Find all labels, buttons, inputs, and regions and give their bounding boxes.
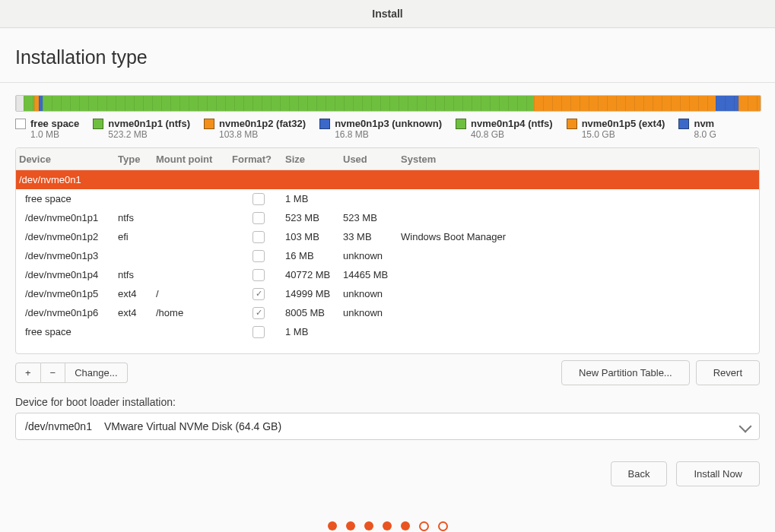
partition-segment[interactable] — [16, 96, 24, 111]
legend-size: 103.8 MB — [219, 129, 306, 140]
format-checkbox[interactable] — [253, 269, 265, 281]
col-device: Device — [19, 154, 118, 165]
progress-dot — [383, 521, 392, 530]
legend-label: nvme0n1p5 (ext4) — [582, 118, 665, 129]
table-row[interactable]: /dev/nvme0n1p1ntfs523 MB523 MB — [16, 208, 759, 227]
legend-label: nvm — [694, 118, 714, 129]
new-partition-table-button[interactable]: New Partition Table... — [561, 360, 690, 385]
format-checkbox[interactable] — [253, 307, 265, 319]
cell-device: free space — [19, 193, 118, 204]
format-checkbox[interactable] — [253, 212, 265, 224]
cell-mount: /home — [156, 307, 232, 318]
progress-dot — [438, 521, 448, 531]
partition-toolbar: + − Change... New Partition Table... Rev… — [15, 360, 760, 385]
partition-bar[interactable] — [15, 95, 761, 112]
cell-size: 14999 MB — [285, 288, 343, 299]
cell-device: free space — [19, 326, 118, 337]
cell-device: /dev/nvme0n1p6 — [19, 307, 118, 318]
bootloader-device: /dev/nvme0n1 — [25, 420, 92, 432]
cell-type: ntfs — [118, 269, 156, 280]
back-button[interactable]: Back — [611, 461, 668, 486]
swatch-icon — [15, 119, 26, 129]
cell-used: 14465 MB — [343, 269, 401, 280]
legend-label: nvme0n1p4 (ntfs) — [471, 118, 553, 129]
table-row[interactable]: free space1 MB — [16, 322, 759, 341]
partition-table[interactable]: Device Type Mount point Format? Size Use… — [15, 147, 760, 354]
table-row[interactable]: /dev/nvme0n1 — [16, 170, 759, 189]
cell-mount: / — [156, 288, 232, 299]
legend-item: nvme0n1p3 (unknown)16.8 MB — [319, 118, 442, 140]
cell-device: /dev/nvme0n1p4 — [19, 269, 118, 280]
cell-size: 103 MB — [285, 231, 343, 242]
cell-size: 16 MB — [285, 250, 343, 261]
table-row[interactable]: free space1 MB — [16, 189, 759, 208]
cell-type: ntfs — [118, 212, 156, 223]
revert-button[interactable]: Revert — [696, 360, 760, 385]
table-row[interactable]: /dev/nvme0n1p5ext4/14999 MBunknown — [16, 284, 759, 303]
bootloader-desc: VMware Virtual NVMe Disk (64.4 GB) — [104, 420, 281, 432]
col-format: Format? — [232, 154, 285, 165]
cell-type: ext4 — [118, 307, 156, 318]
cell-format — [232, 326, 285, 338]
add-partition-button[interactable]: + — [15, 363, 41, 383]
cell-format — [232, 212, 285, 224]
swatch-icon — [319, 119, 330, 129]
cell-device: /dev/nvme0n1p3 — [19, 250, 118, 261]
legend-size: 15.0 GB — [582, 129, 665, 140]
format-checkbox[interactable] — [253, 326, 265, 338]
legend-label: free space — [30, 118, 79, 129]
progress-dot — [401, 521, 410, 530]
table-row[interactable]: /dev/nvme0n1p4ntfs40772 MB14465 MB — [16, 265, 759, 284]
partition-segment[interactable] — [738, 96, 761, 111]
cell-used: unknown — [343, 288, 401, 299]
page-title: Installation type — [15, 46, 760, 68]
partition-segment[interactable] — [534, 96, 716, 111]
format-checkbox[interactable] — [253, 231, 265, 243]
cell-format — [232, 250, 285, 262]
legend-item: nvme0n1p1 (ntfs)523.2 MB — [93, 118, 190, 140]
legend-item: free space1.0 MB — [15, 118, 79, 140]
legend-item: nvme0n1p5 (ext4)15.0 GB — [567, 118, 665, 140]
bootloader-select[interactable]: /dev/nvme0n1 VMware Virtual NVMe Disk (6… — [15, 413, 760, 440]
cell-device: /dev/nvme0n1p1 — [19, 212, 118, 223]
format-checkbox[interactable] — [253, 250, 265, 262]
cell-used: 523 MB — [343, 212, 401, 223]
swatch-icon — [204, 119, 214, 129]
window-title: Install — [372, 8, 402, 20]
cell-format — [232, 193, 285, 205]
divider — [0, 82, 775, 83]
table-header: Device Type Mount point Format? Size Use… — [16, 148, 759, 170]
legend-label: nvme0n1p1 (ntfs) — [108, 118, 190, 129]
partition-segment[interactable] — [24, 96, 35, 111]
progress-dots — [15, 521, 760, 531]
legend-label: nvme0n1p3 (unknown) — [335, 118, 442, 129]
partition-segment[interactable] — [716, 96, 738, 111]
progress-dot — [346, 521, 355, 530]
progress-dot — [328, 521, 337, 530]
change-partition-button[interactable]: Change... — [65, 363, 127, 383]
cell-format — [232, 269, 285, 281]
format-checkbox[interactable] — [253, 288, 265, 300]
legend-label: nvme0n1p2 (fat32) — [219, 118, 306, 129]
table-row[interactable]: /dev/nvme0n1p316 MBunknown — [16, 246, 759, 265]
col-size: Size — [285, 154, 343, 165]
cell-device: /dev/nvme0n1p5 — [19, 288, 118, 299]
remove-partition-button[interactable]: − — [41, 363, 66, 383]
col-type: Type — [118, 154, 156, 165]
table-row[interactable]: /dev/nvme0n1p6ext4/home8005 MBunknown — [16, 303, 759, 322]
table-row[interactable]: /dev/nvme0n1p2efi103 MB33 MBWindows Boot… — [16, 227, 759, 246]
cell-size: 1 MB — [285, 193, 343, 204]
progress-dot — [419, 521, 429, 531]
col-used: Used — [343, 154, 401, 165]
cell-system: Windows Boot Manager — [401, 231, 756, 242]
partition-segment[interactable] — [43, 96, 534, 111]
cell-size: 40772 MB — [285, 269, 343, 280]
partition-legend: free space1.0 MBnvme0n1p1 (ntfs)523.2 MB… — [15, 118, 760, 140]
format-checkbox[interactable] — [253, 193, 265, 205]
bootloader-label: Device for boot loader installation: — [15, 396, 760, 408]
window-titlebar: Install — [0, 0, 775, 28]
legend-item: nvme0n1p2 (fat32)103.8 MB — [204, 118, 306, 140]
cell-device: /dev/nvme0n1p2 — [19, 231, 118, 242]
progress-dot — [364, 521, 373, 530]
install-now-button[interactable]: Install Now — [676, 461, 760, 486]
